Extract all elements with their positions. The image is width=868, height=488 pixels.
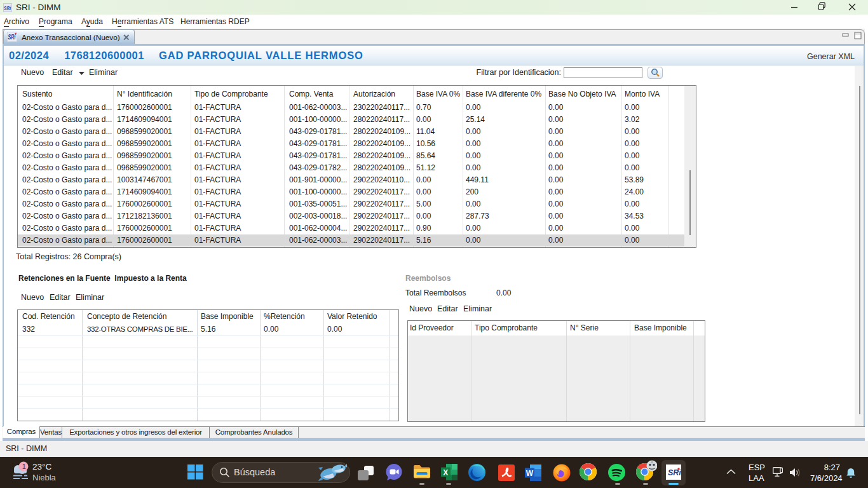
svg-text:SRi: SRi bbox=[4, 5, 11, 11]
svg-text:1: 1 bbox=[22, 463, 26, 470]
svg-text:X: X bbox=[443, 468, 448, 477]
svg-text:SRi: SRi bbox=[8, 33, 17, 41]
svg-text:W: W bbox=[526, 469, 534, 478]
